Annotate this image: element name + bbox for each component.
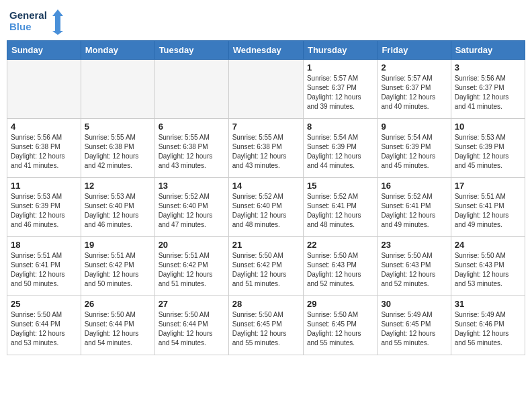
calendar-cell: 6Sunrise: 5:55 AM Sunset: 6:38 PM Daylig…: [154, 119, 228, 178]
day-info: Sunrise: 5:51 AM Sunset: 6:41 PM Dayligh…: [455, 192, 521, 230]
day-number: 13: [159, 181, 225, 191]
day-info: Sunrise: 5:50 AM Sunset: 6:45 PM Dayligh…: [232, 310, 300, 348]
weekday-header-row: SundayMondayTuesdayWednesdayThursdayFrid…: [7, 41, 525, 60]
day-info: Sunrise: 5:57 AM Sunset: 6:37 PM Dayligh…: [307, 74, 373, 111]
day-info: Sunrise: 5:51 AM Sunset: 6:42 PM Dayligh…: [159, 251, 225, 289]
day-number: 3: [455, 62, 521, 73]
weekday-header-thursday: Thursday: [303, 41, 377, 60]
calendar-cell: 5Sunrise: 5:55 AM Sunset: 6:38 PM Daylig…: [81, 119, 154, 178]
calendar-cell: 23Sunrise: 5:50 AM Sunset: 6:43 PM Dayli…: [378, 237, 451, 296]
calendar-cell: 17Sunrise: 5:51 AM Sunset: 6:41 PM Dayli…: [451, 178, 525, 237]
calendar-cell: 7Sunrise: 5:55 AM Sunset: 6:38 PM Daylig…: [228, 119, 303, 178]
weekday-header-sunday: Sunday: [7, 41, 81, 60]
day-number: 18: [11, 240, 77, 250]
day-number: 15: [307, 181, 373, 191]
day-info: Sunrise: 5:50 AM Sunset: 6:42 PM Dayligh…: [232, 251, 300, 289]
day-number: 9: [381, 122, 447, 132]
day-info: Sunrise: 5:52 AM Sunset: 6:40 PM Dayligh…: [159, 192, 225, 230]
day-info: Sunrise: 5:52 AM Sunset: 6:41 PM Dayligh…: [381, 192, 447, 230]
day-number: 12: [85, 181, 151, 191]
weekday-header-wednesday: Wednesday: [228, 41, 303, 60]
day-number: 5: [85, 122, 151, 132]
page-header: General Blue: [7, 7, 525, 35]
calendar-cell: 21Sunrise: 5:50 AM Sunset: 6:42 PM Dayli…: [228, 237, 303, 296]
day-info: Sunrise: 5:51 AM Sunset: 6:41 PM Dayligh…: [11, 251, 77, 289]
day-info: Sunrise: 5:53 AM Sunset: 6:39 PM Dayligh…: [11, 192, 77, 230]
calendar-cell: 26Sunrise: 5:50 AM Sunset: 6:44 PM Dayli…: [81, 296, 154, 355]
calendar-cell: 20Sunrise: 5:51 AM Sunset: 6:42 PM Dayli…: [154, 237, 228, 296]
calendar-cell: 28Sunrise: 5:50 AM Sunset: 6:45 PM Dayli…: [228, 296, 303, 355]
weekday-header-tuesday: Tuesday: [154, 41, 228, 60]
day-number: 4: [11, 122, 77, 132]
svg-text:Blue: Blue: [9, 21, 32, 32]
calendar-cell: 9Sunrise: 5:54 AM Sunset: 6:39 PM Daylig…: [378, 119, 451, 178]
day-number: 11: [11, 181, 77, 191]
day-info: Sunrise: 5:50 AM Sunset: 6:43 PM Dayligh…: [307, 251, 373, 289]
day-info: Sunrise: 5:49 AM Sunset: 6:45 PM Dayligh…: [381, 310, 447, 348]
day-info: Sunrise: 5:50 AM Sunset: 6:43 PM Dayligh…: [455, 251, 521, 289]
calendar-cell: 27Sunrise: 5:50 AM Sunset: 6:44 PM Dayli…: [154, 296, 228, 355]
logo: General Blue: [9, 7, 63, 35]
day-info: Sunrise: 5:50 AM Sunset: 6:43 PM Dayligh…: [381, 251, 447, 289]
day-info: Sunrise: 5:54 AM Sunset: 6:39 PM Dayligh…: [307, 133, 373, 171]
day-number: 24: [455, 240, 521, 250]
calendar-cell: [154, 60, 228, 119]
calendar-cell: 8Sunrise: 5:54 AM Sunset: 6:39 PM Daylig…: [303, 119, 377, 178]
calendar-cell: 14Sunrise: 5:52 AM Sunset: 6:40 PM Dayli…: [228, 178, 303, 237]
day-number: 21: [232, 240, 300, 250]
day-info: Sunrise: 5:55 AM Sunset: 6:38 PM Dayligh…: [232, 133, 300, 171]
day-info: Sunrise: 5:55 AM Sunset: 6:38 PM Dayligh…: [85, 133, 151, 171]
day-number: 27: [159, 299, 225, 309]
calendar-cell: 10Sunrise: 5:53 AM Sunset: 6:39 PM Dayli…: [451, 119, 525, 178]
weekday-header-saturday: Saturday: [451, 41, 525, 60]
day-number: 22: [307, 240, 373, 250]
calendar-cell: 4Sunrise: 5:56 AM Sunset: 6:38 PM Daylig…: [7, 119, 81, 178]
calendar-cell: 3Sunrise: 5:56 AM Sunset: 6:37 PM Daylig…: [451, 60, 525, 119]
day-number: 7: [232, 122, 300, 132]
day-info: Sunrise: 5:50 AM Sunset: 6:44 PM Dayligh…: [11, 310, 77, 348]
day-number: 30: [381, 299, 447, 309]
day-info: Sunrise: 5:53 AM Sunset: 6:39 PM Dayligh…: [455, 133, 521, 171]
week-row-4: 18Sunrise: 5:51 AM Sunset: 6:41 PM Dayli…: [7, 237, 525, 296]
day-info: Sunrise: 5:56 AM Sunset: 6:37 PM Dayligh…: [455, 74, 521, 111]
calendar-cell: 31Sunrise: 5:49 AM Sunset: 6:46 PM Dayli…: [451, 296, 525, 355]
calendar-cell: 11Sunrise: 5:53 AM Sunset: 6:39 PM Dayli…: [7, 178, 81, 237]
week-row-5: 25Sunrise: 5:50 AM Sunset: 6:44 PM Dayli…: [7, 296, 525, 355]
weekday-header-friday: Friday: [378, 41, 451, 60]
day-number: 10: [455, 122, 521, 132]
week-row-3: 11Sunrise: 5:53 AM Sunset: 6:39 PM Dayli…: [7, 178, 525, 237]
day-info: Sunrise: 5:50 AM Sunset: 6:45 PM Dayligh…: [307, 310, 373, 348]
svg-text:General: General: [9, 9, 47, 21]
calendar-cell: [7, 60, 81, 119]
day-number: 20: [159, 240, 225, 250]
calendar-cell: 18Sunrise: 5:51 AM Sunset: 6:41 PM Dayli…: [7, 237, 81, 296]
calendar-cell: 2Sunrise: 5:57 AM Sunset: 6:37 PM Daylig…: [378, 60, 451, 119]
day-info: Sunrise: 5:50 AM Sunset: 6:44 PM Dayligh…: [159, 310, 225, 348]
day-info: Sunrise: 5:52 AM Sunset: 6:41 PM Dayligh…: [307, 192, 373, 230]
calendar-cell: 1Sunrise: 5:57 AM Sunset: 6:37 PM Daylig…: [303, 60, 377, 119]
calendar-cell: 25Sunrise: 5:50 AM Sunset: 6:44 PM Dayli…: [7, 296, 81, 355]
day-number: 17: [455, 181, 521, 191]
day-info: Sunrise: 5:50 AM Sunset: 6:44 PM Dayligh…: [85, 310, 151, 348]
calendar-cell: 15Sunrise: 5:52 AM Sunset: 6:41 PM Dayli…: [303, 178, 377, 237]
day-number: 29: [307, 299, 373, 309]
calendar-cell: 12Sunrise: 5:53 AM Sunset: 6:40 PM Dayli…: [81, 178, 154, 237]
week-row-2: 4Sunrise: 5:56 AM Sunset: 6:38 PM Daylig…: [7, 119, 525, 178]
day-info: Sunrise: 5:52 AM Sunset: 6:40 PM Dayligh…: [232, 192, 300, 230]
day-number: 16: [381, 181, 447, 191]
week-row-1: 1Sunrise: 5:57 AM Sunset: 6:37 PM Daylig…: [7, 60, 525, 119]
day-number: 23: [381, 240, 447, 250]
day-number: 6: [159, 122, 225, 132]
weekday-header-monday: Monday: [81, 41, 154, 60]
calendar-table: SundayMondayTuesdayWednesdayThursdayFrid…: [7, 40, 525, 355]
day-number: 19: [85, 240, 151, 250]
calendar-cell: [81, 60, 154, 119]
calendar-cell: 22Sunrise: 5:50 AM Sunset: 6:43 PM Dayli…: [303, 237, 377, 296]
day-number: 2: [381, 62, 447, 73]
calendar-cell: [228, 60, 303, 119]
day-number: 28: [232, 299, 300, 309]
calendar-cell: 24Sunrise: 5:50 AM Sunset: 6:43 PM Dayli…: [451, 237, 525, 296]
day-info: Sunrise: 5:51 AM Sunset: 6:42 PM Dayligh…: [85, 251, 151, 289]
day-info: Sunrise: 5:49 AM Sunset: 6:46 PM Dayligh…: [455, 310, 521, 348]
day-info: Sunrise: 5:53 AM Sunset: 6:40 PM Dayligh…: [85, 192, 151, 230]
